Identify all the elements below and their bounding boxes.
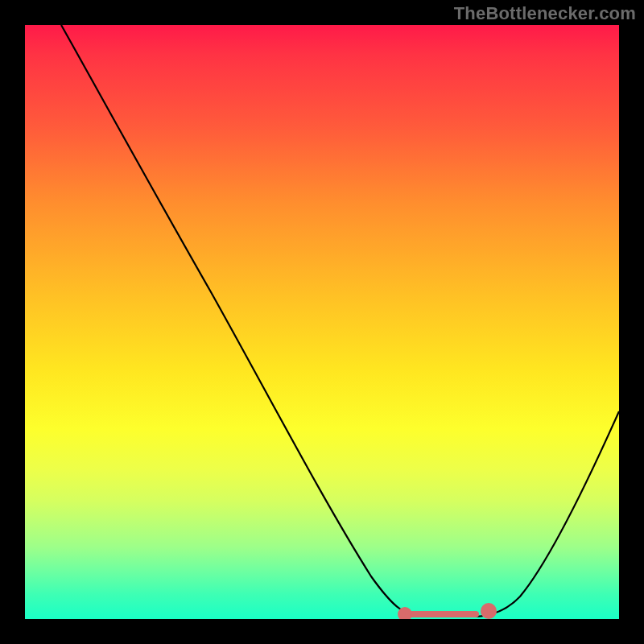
svg-point-1 — [401, 610, 409, 618]
attribution-text: TheBottlenecker.com — [454, 3, 636, 24]
chart-svg — [25, 25, 619, 619]
plot-area — [25, 25, 619, 619]
chart-frame: TheBottlenecker.com — [0, 0, 644, 644]
svg-point-2 — [484, 606, 493, 616]
bottleneck-curve-line — [61, 25, 619, 617]
